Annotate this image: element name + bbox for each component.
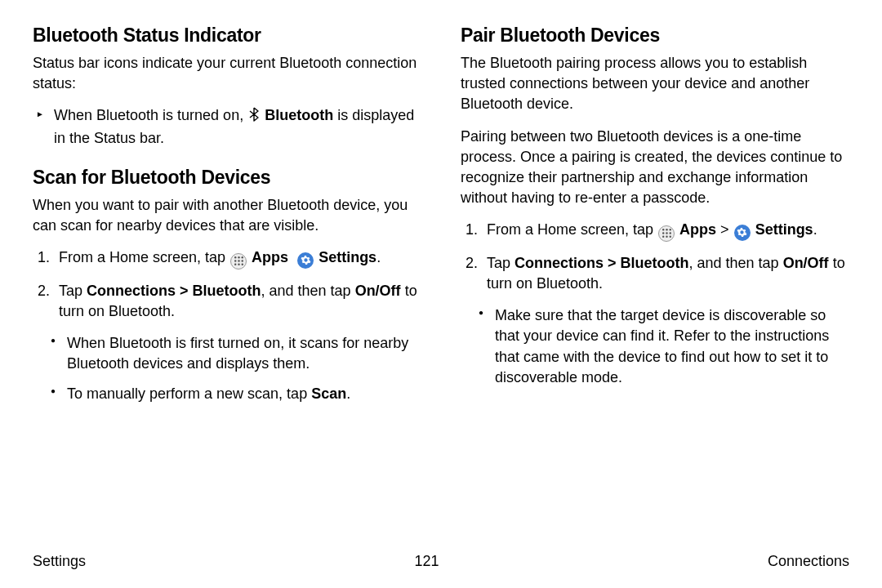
- intro-status-text: Status bar icons indicate your current B…: [33, 53, 421, 94]
- heading-scan-devices: Scan for Bluetooth Devices: [33, 167, 421, 189]
- pair-step-1: From a Home screen, tap Apps > Settings.: [482, 220, 849, 242]
- svg-point-9: [662, 229, 664, 230]
- left-column: Bluetooth Status Indicator Status bar ic…: [33, 24, 421, 416]
- scan-sub-bullet-1: When Bluetooth is first turned on, it sc…: [67, 333, 421, 374]
- heading-pair-devices: Pair Bluetooth Devices: [461, 24, 849, 47]
- svg-point-5: [241, 260, 243, 261]
- footer-right: Connections: [768, 553, 849, 570]
- pair-onetime-text: Pairing between two Bluetooth devices is…: [461, 127, 849, 209]
- svg-point-13: [666, 233, 667, 234]
- svg-point-12: [662, 233, 664, 234]
- svg-point-15: [662, 236, 664, 238]
- footer-page-number: 121: [414, 553, 439, 570]
- scan-step-2: Tap Connections > Bluetooth, and then ta…: [54, 281, 421, 405]
- settings-icon: [734, 225, 751, 241]
- scan-sub-bullet-2: To manually perform a new scan, tap Scan…: [67, 384, 421, 404]
- svg-point-3: [234, 260, 236, 261]
- heading-bt-status-indicator: Bluetooth Status Indicator: [33, 24, 421, 47]
- footer-left: Settings: [33, 553, 86, 570]
- apps-icon: [230, 253, 247, 270]
- pair-step-2: Tap Connections > Bluetooth, and then ta…: [482, 253, 849, 388]
- svg-point-8: [241, 264, 243, 265]
- svg-point-4: [238, 260, 239, 261]
- settings-icon: [297, 252, 314, 269]
- bluetooth-icon: [248, 107, 260, 127]
- page-footer: Settings 121 Connections: [33, 553, 849, 570]
- svg-point-6: [234, 264, 236, 265]
- pair-intro-text: The Bluetooth pairing process allows you…: [461, 53, 849, 115]
- svg-point-17: [669, 236, 670, 238]
- svg-point-7: [238, 264, 239, 265]
- svg-point-11: [669, 229, 670, 230]
- apps-icon: [658, 225, 675, 242]
- pair-sub-bullet-1: Make sure that the target device is disc…: [495, 305, 849, 388]
- svg-point-1: [238, 256, 239, 258]
- svg-point-14: [669, 233, 670, 234]
- right-column: Pair Bluetooth Devices The Bluetooth pai…: [461, 24, 849, 416]
- scan-intro-text: When you want to pair with another Bluet…: [33, 195, 421, 236]
- svg-point-16: [666, 236, 667, 238]
- status-bullet: When Bluetooth is turned on, Bluetooth i…: [54, 105, 421, 148]
- svg-point-0: [234, 256, 236, 258]
- scan-step-1: From a Home screen, tap Apps Settings.: [54, 247, 421, 270]
- svg-point-10: [666, 229, 667, 230]
- svg-point-2: [241, 256, 243, 258]
